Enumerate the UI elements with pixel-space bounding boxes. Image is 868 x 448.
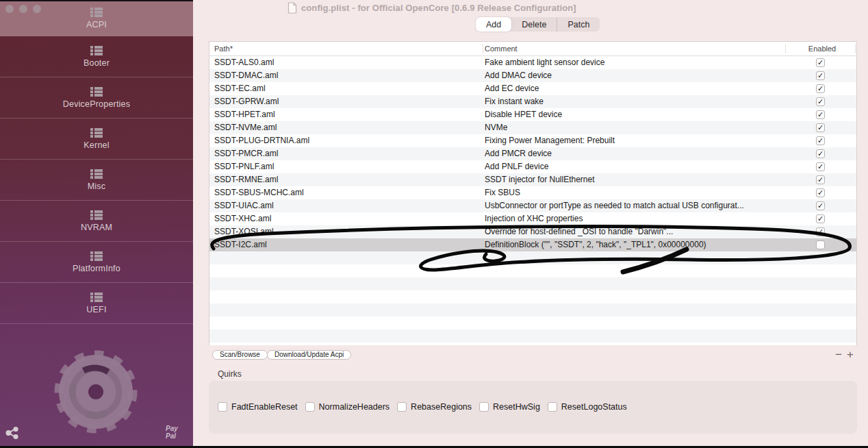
row-comment: Override for host-defined _OSI to handle… [485, 225, 784, 238]
close-window-button[interactable] [5, 5, 14, 13]
column-divider[interactable] [785, 44, 786, 53]
row-enabled-checkbox[interactable] [816, 175, 825, 184]
table-row[interactable]: SSDT-ALS0.aml Fake ambient light sensor … [209, 56, 856, 69]
row-path: SSDT-EC.aml [214, 82, 481, 95]
quirk-checkbox[interactable] [548, 402, 557, 412]
tab[interactable]: Delete [511, 17, 557, 32]
quirk-label: FadtEnableReset [231, 402, 298, 412]
section-list-icon [90, 8, 103, 17]
column-header-comment[interactable]: Comment [485, 42, 518, 56]
tab[interactable]: Add [476, 17, 511, 32]
sidebar-item[interactable]: Kernel [0, 119, 193, 160]
sidebar-item-label: ACPI [86, 20, 107, 29]
row-path: SSDT-UIAC.aml [214, 199, 481, 212]
paypal-donate-label[interactable]: Pay Pal [166, 425, 186, 440]
sidebar-item-label: Misc [88, 182, 106, 191]
main-content: config.plist - for Official OpenCore [0.… [193, 0, 868, 448]
table-row[interactable]: SSDT-EC.aml Add EC device [209, 82, 856, 95]
acpi-table: Path* Comment Enabled SSDT-ALS0.aml Fake… [209, 41, 857, 345]
table-row[interactable]: SSDT-HPET.aml Disable HPET device [209, 108, 856, 121]
row-comment: Add PMCR device [485, 147, 784, 160]
sidebar: ACPI Booter DeviceProperties Kernel [0, 0, 193, 448]
row-comment: Fake ambient light sensor device [485, 56, 784, 69]
table-row[interactable]: SSDT-NVMe.aml NVMe [209, 121, 856, 134]
row-add-remove-controls: − + [835, 348, 854, 362]
quirk-option: NormalizeHeaders [305, 402, 390, 412]
quirk-checkbox[interactable] [397, 402, 407, 412]
share-icon[interactable] [5, 426, 19, 440]
row-enabled-checkbox[interactable] [816, 71, 825, 80]
row-enabled-checkbox[interactable] [816, 188, 825, 197]
row-enabled-checkbox[interactable] [816, 214, 825, 223]
row-comment: DefinitionBlock ("", "SSDT", 2, "hack", … [485, 238, 784, 251]
section-list-icon [90, 46, 103, 55]
column-divider[interactable] [855, 44, 856, 53]
sidebar-item-label: PlatformInfo [73, 264, 120, 273]
table-row[interactable]: SSDT-RMNE.aml SSDT injector for NullEthe… [209, 173, 856, 186]
table-row[interactable]: SSDT-XHC.aml Injection of XHC properties [209, 212, 856, 225]
quirk-option: ResetLogoStatus [548, 402, 627, 412]
row-enabled-checkbox[interactable] [816, 123, 825, 132]
column-header-enabled[interactable]: Enabled [795, 42, 850, 56]
quirk-label: RebaseRegions [411, 402, 472, 412]
row-comment: NVMe [485, 121, 784, 134]
row-path: SSDT-ALS0.aml [214, 56, 481, 69]
quirk-option: ResetHwSig [479, 402, 540, 412]
sidebar-item[interactable]: DeviceProperties [0, 77, 193, 119]
tab[interactable]: Patch [557, 17, 600, 32]
sidebar-item[interactable]: NVRAM [0, 201, 193, 242]
quirk-checkbox[interactable] [479, 402, 489, 412]
quirk-checkbox[interactable] [218, 402, 227, 412]
row-enabled-checkbox[interactable] [816, 110, 825, 119]
row-enabled-checkbox[interactable] [816, 84, 825, 93]
row-enabled-checkbox[interactable] [816, 97, 825, 106]
table-row[interactable]: SSDT-GPRW.aml Fix instant wake [209, 95, 856, 108]
row-path: SSDT-HPET.aml [214, 108, 481, 121]
row-path: SSDT-RMNE.aml [214, 173, 481, 186]
row-enabled-checkbox[interactable] [816, 136, 825, 145]
section-list-icon [90, 87, 103, 97]
table-row[interactable]: SSDT-PLUG-DRTNIA.aml Fixing Power Manage… [209, 134, 856, 147]
sidebar-item[interactable]: Booter [0, 36, 193, 77]
row-enabled-checkbox[interactable] [816, 227, 825, 236]
row-enabled-checkbox[interactable] [816, 162, 825, 171]
row-path: SSDT-GPRW.aml [214, 95, 481, 108]
sidebar-item[interactable]: PlatformInfo [0, 242, 193, 283]
row-comment: SSDT injector for NullEthernet [485, 173, 784, 186]
scan-browse-button[interactable]: Scan/Browse [212, 350, 268, 360]
row-enabled-checkbox[interactable] [816, 58, 825, 67]
table-row[interactable]: SSDT-XOSI.aml Override for host-defined … [209, 225, 856, 238]
add-row-button[interactable]: + [847, 348, 854, 362]
table-row[interactable]: SSDT-PMCR.aml Add PMCR device [209, 147, 856, 160]
zoom-window-button[interactable] [33, 5, 41, 13]
remove-row-button[interactable]: − [835, 348, 842, 362]
opencore-configurator-logo [53, 349, 139, 435]
row-path: SSDT-NVMe.aml [214, 121, 481, 134]
column-header-path[interactable]: Path* [214, 42, 233, 56]
table-row[interactable]: SSDT-PNLF.aml Add PNLF device [209, 160, 856, 173]
table-row[interactable]: SSDT-SBUS-MCHC.aml Fix SBUS [209, 186, 856, 199]
row-enabled-checkbox[interactable] [816, 149, 825, 158]
quirk-checkbox[interactable] [305, 402, 315, 412]
row-comment: Add PNLF device [485, 160, 784, 173]
table-row[interactable]: SSDT-DMAC.aml Add DMAC device [209, 69, 856, 82]
sidebar-item[interactable]: UEFI [0, 283, 193, 324]
row-enabled-checkbox[interactable] [816, 240, 825, 249]
table-header: Path* Comment Enabled [209, 42, 856, 56]
row-comment: Fixing Power Management: Prebuilt [485, 134, 784, 147]
download-update-acpi-button[interactable]: Download/Update Acpi [267, 350, 351, 360]
quirk-label: ResetHwSig [493, 402, 540, 412]
row-comment: Fix SBUS [485, 186, 784, 199]
sidebar-item-label: NVRAM [81, 223, 112, 232]
section-list-icon [90, 251, 103, 261]
minimize-window-button[interactable] [19, 5, 27, 13]
row-enabled-checkbox[interactable] [816, 201, 825, 210]
table-row[interactable]: SSDT-I2C.aml DefinitionBlock ("", "SSDT"… [209, 238, 856, 251]
section-list-icon [90, 293, 103, 302]
table-row[interactable]: SSDT-UIAC.aml UsbConnector or portType a… [209, 199, 856, 212]
sidebar-item[interactable]: Misc [0, 160, 193, 201]
row-path: SSDT-PMCR.aml [214, 147, 481, 160]
sidebar-item-label: UEFI [86, 305, 106, 314]
column-divider[interactable] [483, 44, 483, 53]
row-comment: Disable HPET device [485, 108, 784, 121]
